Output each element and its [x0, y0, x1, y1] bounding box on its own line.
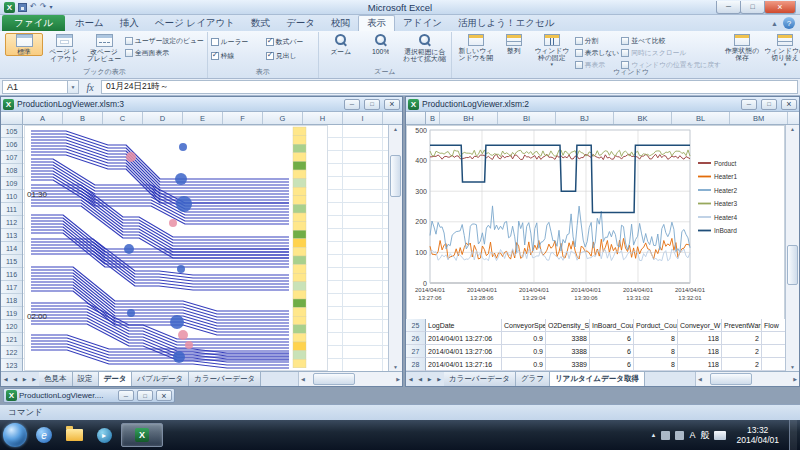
- table-cell[interactable]: 0.9: [502, 345, 546, 358]
- zoom-100-button[interactable]: 100%: [362, 33, 400, 56]
- table-cell[interactable]: Conveyor_W: [678, 319, 722, 332]
- row-header[interactable]: 120: [1, 320, 22, 333]
- ribbon-tab[interactable]: ページ レイアウト: [147, 16, 243, 31]
- tray-expand-icon[interactable]: [650, 432, 656, 438]
- minimized-close-button[interactable]: [156, 390, 172, 401]
- ime-conversion-mode[interactable]: 般: [700, 429, 709, 442]
- workbook-3-horizontal-scrollbar[interactable]: [298, 372, 402, 386]
- scroll-down-icon[interactable]: [393, 364, 398, 370]
- save-icon[interactable]: [18, 3, 27, 12]
- sheet-tab[interactable]: カラーバーデータ: [189, 372, 261, 386]
- select-all-corner[interactable]: [1, 112, 23, 124]
- table-cell[interactable]: 2014/04/01 13:27:16: [426, 358, 502, 371]
- freeze-panes-button[interactable]: ウィンドウ枠の固定: [531, 33, 573, 69]
- row-header[interactable]: 114: [1, 242, 22, 255]
- row-header[interactable]: 118: [1, 294, 22, 307]
- show-desktop-button[interactable]: [789, 420, 797, 450]
- table-cell[interactable]: [762, 332, 785, 345]
- zoom-button[interactable]: ズーム: [322, 33, 360, 56]
- sheet-tab[interactable]: 色見本: [39, 372, 73, 386]
- maximize-button[interactable]: [740, 1, 765, 14]
- undo-icon[interactable]: [30, 3, 37, 11]
- column-header[interactable]: F: [223, 112, 263, 124]
- qat-dropdown-icon[interactable]: [49, 3, 52, 11]
- workbook-3-minimize-button[interactable]: [344, 99, 360, 110]
- row-header[interactable]: 28: [406, 358, 426, 371]
- workbook-3-cells[interactable]: 01:3002:00: [23, 125, 388, 371]
- table-cell[interactable]: 2: [722, 358, 762, 371]
- column-header[interactable]: BL: [672, 112, 730, 124]
- row-header[interactable]: 123: [1, 359, 22, 371]
- ribbon-tab[interactable]: 数式: [243, 16, 278, 31]
- view-option-checkbox[interactable]: ルーラー: [211, 36, 260, 47]
- close-button[interactable]: [764, 1, 796, 14]
- table-cell[interactable]: 2: [722, 345, 762, 358]
- workbook-2-close-button[interactable]: [781, 99, 797, 110]
- minimized-restore-button[interactable]: [118, 390, 134, 401]
- column-header[interactable]: BM: [730, 112, 788, 124]
- scroll-up-icon[interactable]: [790, 126, 795, 132]
- table-cell[interactable]: 118: [678, 358, 722, 371]
- formula-input[interactable]: 01月24日21時～: [101, 80, 798, 94]
- column-header[interactable]: C: [103, 112, 143, 124]
- table-cell[interactable]: 8: [634, 358, 678, 371]
- table-cell[interactable]: 3388: [546, 345, 590, 358]
- view-option-checkbox[interactable]: 枠線: [211, 50, 260, 61]
- table-cell[interactable]: 3389: [546, 358, 590, 371]
- minimized-workbook-window[interactable]: ProductionLogViewer....: [3, 388, 175, 403]
- column-header[interactable]: I: [343, 112, 383, 124]
- table-cell[interactable]: 2: [722, 332, 762, 345]
- table-cell[interactable]: PreventWarp: [722, 319, 762, 332]
- taskbar-clock[interactable]: 13:32 2014/04/01: [731, 425, 784, 445]
- workbook-2-horizontal-scrollbar[interactable]: [695, 372, 799, 386]
- start-button[interactable]: [3, 423, 27, 447]
- row-header[interactable]: 122: [1, 346, 22, 359]
- workbook-3-maximize-button[interactable]: [364, 99, 380, 110]
- table-cell[interactable]: [762, 358, 785, 371]
- tray-status-icon[interactable]: [661, 431, 670, 440]
- sheet-tab-navigation[interactable]: [1, 372, 39, 386]
- row-header[interactable]: 115: [1, 255, 22, 268]
- column-header[interactable]: BK: [614, 112, 672, 124]
- sheet-tab[interactable]: 設定: [73, 372, 99, 386]
- column-header[interactable]: G: [263, 112, 303, 124]
- minimize-button[interactable]: [716, 1, 741, 14]
- split-button[interactable]: 分割: [575, 35, 619, 46]
- ime-toolbar-icon[interactable]: [714, 431, 726, 440]
- table-cell[interactable]: 2014/04/01 13:27:06: [426, 345, 502, 358]
- table-cell[interactable]: Flow: [762, 319, 785, 332]
- row-header[interactable]: 106: [1, 138, 22, 151]
- row-header[interactable]: 26: [406, 332, 426, 345]
- arrange-all-button[interactable]: 整列: [499, 33, 529, 55]
- explorer-button[interactable]: [61, 423, 87, 447]
- workbook-2-maximize-button[interactable]: [761, 99, 777, 110]
- switch-windows-button[interactable]: ウィンドウの切り替え: [763, 33, 800, 69]
- row-header[interactable]: 117: [1, 281, 22, 294]
- full-screen-button[interactable]: 全画面表示: [125, 47, 204, 58]
- column-header[interactable]: H: [303, 112, 343, 124]
- column-header[interactable]: BI: [498, 112, 556, 124]
- column-header[interactable]: E: [183, 112, 223, 124]
- table-cell[interactable]: O2Density_S: [546, 319, 590, 332]
- redo-icon[interactable]: [40, 3, 47, 11]
- column-header[interactable]: D: [143, 112, 183, 124]
- select-all-corner[interactable]: [406, 112, 426, 124]
- table-cell[interactable]: 8: [634, 345, 678, 358]
- scroll-down-icon[interactable]: [790, 364, 795, 370]
- row-header[interactable]: 107: [1, 151, 22, 164]
- view-side-by-side-button[interactable]: 並べて比較: [621, 35, 721, 46]
- save-workspace-button[interactable]: 作業状態の保存: [723, 33, 761, 62]
- sheet-tab[interactable]: カラーバーデータ: [444, 372, 516, 386]
- table-cell[interactable]: 0.9: [502, 358, 546, 371]
- column-header[interactable]: B: [426, 112, 440, 124]
- tray-network-icon[interactable]: [675, 431, 684, 440]
- help-icon[interactable]: [783, 17, 795, 29]
- file-tab[interactable]: ファイル: [2, 15, 65, 31]
- workbook-2-minimize-button[interactable]: [741, 99, 757, 110]
- view-option-checkbox[interactable]: 見出し: [266, 50, 315, 61]
- custom-views-button[interactable]: ユーザー設定のビュー: [125, 35, 204, 46]
- internet-explorer-button[interactable]: [31, 423, 57, 447]
- sheet-tab[interactable]: データ: [99, 372, 133, 386]
- table-cell[interactable]: 2014/04/01 13:27:06: [426, 332, 502, 345]
- workbook-2-cells[interactable]: 01002003004005002014/04/0113:27:062014/0…: [406, 125, 785, 371]
